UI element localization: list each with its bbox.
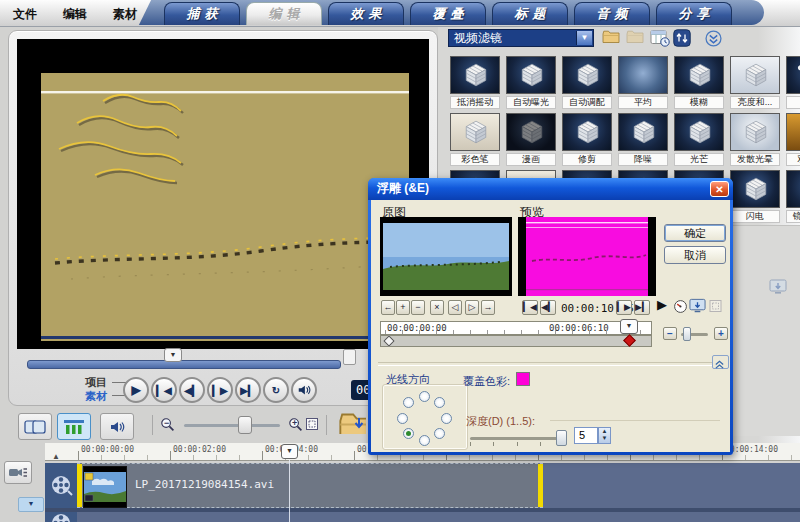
- insert-media-icon[interactable]: [338, 410, 366, 438]
- overlay-track[interactable]: [77, 512, 800, 522]
- kf-zoom-out-button[interactable]: −: [663, 327, 677, 340]
- clip-mode-toggle[interactable]: 素材: [85, 389, 107, 404]
- repeat-button[interactable]: ↻: [263, 377, 289, 403]
- filter-thumbnail[interactable]: [730, 113, 780, 151]
- next-frame-button[interactable]: ▎▶: [207, 377, 233, 403]
- remove-keyframe-button[interactable]: −: [411, 300, 425, 315]
- filter-thumbnail[interactable]: [562, 56, 612, 94]
- menu-item-文件[interactable]: 文件: [0, 0, 50, 23]
- zoom-in-icon[interactable]: +: [288, 417, 303, 436]
- timeline-zoom-slider[interactable]: [184, 424, 280, 427]
- scrubber-position-marker[interactable]: ▼: [164, 348, 182, 362]
- clip-trim-start-handle[interactable]: [77, 464, 82, 507]
- filter-label[interactable]: 亮度和...: [730, 96, 780, 109]
- filter-label[interactable]: 平均: [618, 96, 668, 109]
- filter-thumbnail[interactable]: [618, 113, 668, 151]
- dialog-close-button[interactable]: ✕: [710, 181, 729, 197]
- filter-thumbnail[interactable]: [674, 113, 724, 151]
- filter-label[interactable]: 降噪: [618, 153, 668, 166]
- clip-trim-end-handle[interactable]: [538, 464, 543, 507]
- scroll-tracks-up-icon[interactable]: ▲: [52, 452, 60, 461]
- storyboard-view-button[interactable]: [18, 413, 52, 440]
- cancel-button[interactable]: 取消: [664, 246, 726, 264]
- kf-zoom-in-button[interactable]: +: [714, 327, 728, 340]
- dialog-play-button[interactable]: ▶: [657, 297, 667, 312]
- project-mode-toggle[interactable]: 项目: [85, 375, 107, 390]
- dialog-title-bar[interactable]: 浮雕 (&E) ✕: [368, 178, 733, 200]
- delete-keyframes-button[interactable]: ×: [430, 300, 444, 315]
- filter-label[interactable]: 抵消摇动: [450, 96, 500, 109]
- filter-thumbnail[interactable]: [450, 56, 500, 94]
- zoom-out-icon[interactable]: −: [160, 417, 175, 436]
- filter-category-dropdown[interactable]: 视频滤镜 ▼: [448, 29, 594, 47]
- filter-label[interactable]: 双色调: [786, 153, 800, 166]
- track-manager-button[interactable]: [4, 461, 32, 484]
- ok-button[interactable]: 确定: [664, 224, 726, 242]
- tab-标题[interactable]: 标题: [492, 2, 568, 25]
- filter-thumbnail[interactable]: [786, 113, 800, 151]
- fit-project-icon[interactable]: [305, 417, 319, 435]
- trim-end-handle[interactable]: [343, 349, 356, 365]
- menu-item-编辑[interactable]: 编辑: [50, 0, 100, 23]
- goto-next-keyframe-button[interactable]: →: [481, 300, 495, 315]
- audio-view-button[interactable]: [100, 413, 134, 440]
- tab-编辑[interactable]: 编辑: [246, 2, 322, 25]
- filter-label[interactable]: 发散光晕: [730, 153, 780, 166]
- tab-效果[interactable]: 效果: [328, 2, 404, 25]
- filter-thumbnail[interactable]: [786, 56, 800, 94]
- filter-thumbnail[interactable]: [730, 56, 780, 94]
- tab-音频[interactable]: 音频: [574, 2, 650, 25]
- tab-分享[interactable]: 分享: [656, 2, 732, 25]
- keyframe-playhead-marker[interactable]: ▼: [620, 319, 638, 334]
- spinner-up-icon[interactable]: ▲: [599, 428, 610, 435]
- open-folder-icon[interactable]: [602, 30, 620, 45]
- keyframe-track[interactable]: [380, 335, 652, 347]
- scroll-tracks-down-button[interactable]: ▼: [18, 497, 44, 512]
- expand-gallery-chevron-icon[interactable]: [705, 30, 722, 47]
- filter-label[interactable]: 自动调配: [562, 96, 612, 109]
- tab-捕获[interactable]: 捕获: [164, 2, 240, 25]
- playback-speed-icon[interactable]: [673, 299, 688, 318]
- overlay-color-swatch[interactable]: [516, 372, 530, 386]
- depth-slider[interactable]: [470, 437, 564, 440]
- forward-keyframe-button[interactable]: ▷: [465, 300, 479, 315]
- overlay-track-header[interactable]: [45, 512, 77, 522]
- library-options-icon[interactable]: [650, 29, 670, 47]
- kf-go-start-button[interactable]: ▎◀: [522, 300, 538, 315]
- light-direction-radio-6[interactable]: [397, 413, 408, 424]
- filter-label[interactable]: 气泡: [786, 96, 800, 109]
- light-direction-radio-5[interactable]: [403, 428, 414, 439]
- kf-prev-frame-button[interactable]: ◀▎: [540, 300, 556, 315]
- filter-thumbnail[interactable]: [506, 56, 556, 94]
- depth-slider-thumb[interactable]: [556, 430, 567, 446]
- collapse-options-button[interactable]: [712, 355, 729, 369]
- preview-on-device-icon[interactable]: [689, 298, 706, 318]
- preview-scrubber[interactable]: [27, 360, 341, 369]
- depth-value-field[interactable]: 5: [574, 427, 598, 444]
- spinner-down-icon[interactable]: ▼: [599, 435, 610, 442]
- kf-next-frame-button[interactable]: ▎▶: [616, 300, 632, 315]
- filter-label[interactable]: 镜头闪光: [786, 210, 800, 223]
- goto-prev-keyframe-button[interactable]: ←: [381, 300, 395, 315]
- volume-button[interactable]: [291, 377, 317, 403]
- filter-thumbnail[interactable]: [786, 170, 800, 208]
- light-direction-radio-2[interactable]: [441, 413, 452, 424]
- dropdown-arrow-icon[interactable]: ▼: [576, 31, 592, 45]
- timeline-zoom-thumb[interactable]: [238, 416, 252, 434]
- kf-zoom-thumb[interactable]: [683, 327, 691, 341]
- filter-thumbnail[interactable]: [674, 56, 724, 94]
- timeline-view-button[interactable]: [57, 413, 91, 440]
- video-track-header[interactable]: [45, 463, 77, 508]
- prev-frame-button[interactable]: ◀▎: [179, 377, 205, 403]
- add-keyframe-button[interactable]: +: [396, 300, 410, 315]
- filter-thumbnail[interactable]: [618, 56, 668, 94]
- sort-icon[interactable]: [673, 29, 691, 47]
- keyframe-ruler[interactable]: 00:00:00:00 00:00:06:10: [380, 321, 652, 335]
- timeline-clip[interactable]: LP_20171219084154.avi: [77, 463, 543, 508]
- light-direction-radio-1[interactable]: [434, 397, 445, 408]
- light-direction-radio-0[interactable]: [419, 391, 430, 402]
- filter-label[interactable]: 模糊: [674, 96, 724, 109]
- light-direction-radio-7[interactable]: [403, 397, 414, 408]
- kf-go-end-button[interactable]: ▶▎: [634, 300, 650, 315]
- filter-label[interactable]: 彩色笔: [450, 153, 500, 166]
